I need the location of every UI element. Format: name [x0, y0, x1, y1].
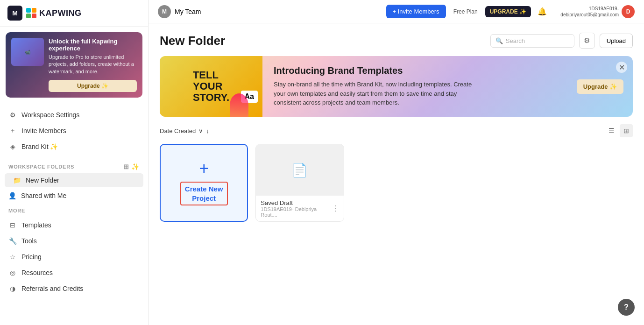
workspace-settings-label: Workspace Settings — [21, 111, 79, 119]
templates-label: Templates — [21, 221, 51, 229]
templates-icon: ⊟ — [8, 221, 17, 229]
plan-badge: Free Plan — [451, 7, 481, 17]
sidebar-item-resources[interactable]: ◎ Resources — [0, 265, 148, 281]
upload-button[interactable]: Upload — [600, 34, 633, 48]
grid-view-icon[interactable]: ⊞ — [620, 124, 633, 137]
content-header: New Folder 🔍 Search ⚙ Upload — [160, 33, 633, 49]
tools-icon: 🔧 — [8, 237, 17, 245]
brand-templates-banner: TELL YOUR STORY. Aa Introducing Brand Te… — [160, 56, 633, 117]
search-icon: 🔍 — [495, 37, 503, 44]
promo-title: Unlock the full Kapwing experience — [49, 38, 137, 52]
referrals-icon: ◑ — [8, 284, 17, 293]
topbar: M My Team + Invite Members Free Plan UPG… — [149, 0, 644, 23]
team-info: M My Team — [158, 5, 201, 18]
more-section-label: MORE — [0, 203, 148, 215]
brand-banner-image: TELL YOUR STORY. Aa — [160, 56, 262, 117]
sidebar-item-templates[interactable]: ⊟ Templates — [0, 217, 148, 233]
user-email: 1DS19AE019- debipriyarout05@gmail.com — [553, 6, 619, 18]
sort-date-created[interactable]: Date Created ∨ ↓ — [160, 127, 209, 134]
user-info: 1DS19AE019- debipriyarout05@gmail.com D — [553, 5, 635, 18]
sidebar-item-new-folder[interactable]: 📁 New Folder — [5, 173, 143, 187]
sidebar-item-invite-members[interactable]: ＋ Invite Members — [0, 123, 148, 139]
saved-draft-card[interactable]: 📄 Saved Draft 1DS19AE019- Debipriya Rout… — [255, 144, 344, 222]
sidebar-nav: ⚙ Workspace Settings ＋ Invite Members ◈ … — [0, 103, 148, 158]
sort-direction-icon: ↓ — [206, 127, 209, 134]
brand-kit-label: Brand Kit ✨ — [21, 143, 58, 150]
team-name: My Team — [175, 8, 201, 15]
draft-info: Saved Draft 1DS19AE019- Debipriya Rout..… — [261, 199, 331, 218]
sidebar: M KAPWING 📹 Unlock the full Kapwing expe… — [0, 0, 149, 325]
workspace-avatar: M — [7, 6, 22, 21]
brand-banner-description: Stay on-brand all the time with Brand Ki… — [274, 80, 484, 107]
sort-bar: Date Created ∨ ↓ ☰ ⊞ — [160, 124, 633, 137]
folder-icon: 📁 — [13, 177, 21, 184]
pricing-label: Pricing — [21, 253, 42, 261]
add-folder-icon[interactable]: ⊞ — [123, 163, 129, 170]
sidebar-item-tools[interactable]: 🔧 Tools — [0, 233, 148, 249]
workspace-folders-label: WORKSPACE FOLDERS — [8, 164, 74, 170]
create-new-project-card[interactable]: + Create NewProject — [160, 144, 248, 222]
promo-description: Upgrade to Pro to store unlimited projec… — [49, 54, 137, 75]
sort-label: Date Created — [160, 127, 196, 134]
list-view-icon[interactable]: ☰ — [605, 124, 618, 137]
page-title: New Folder — [160, 34, 225, 48]
logo-icon — [26, 8, 36, 18]
chevron-down-icon: ∨ — [198, 127, 203, 134]
search-box[interactable]: 🔍 Search — [490, 34, 574, 48]
sidebar-item-shared-with-me[interactable]: 👤 Shared with Me — [0, 188, 148, 203]
promo-banner: 📹 Unlock the full Kapwing experience Upg… — [6, 32, 142, 98]
promo-thumbnail: 📹 — [11, 38, 44, 66]
brand-banner-upgrade-button[interactable]: Upgrade ✨ — [577, 79, 623, 94]
notifications-icon[interactable]: 🔔 — [536, 5, 549, 18]
team-avatar: M — [158, 5, 171, 18]
plus-icon: ＋ — [8, 127, 17, 135]
gear-icon: ⚙ — [8, 111, 17, 119]
draft-footer: Saved Draft 1DS19AE019- Debipriya Rout..… — [256, 196, 343, 221]
header-actions: 🔍 Search ⚙ Upload — [490, 33, 633, 49]
create-plus-icon: + — [199, 160, 209, 177]
draft-menu-button[interactable]: ⋮ — [332, 204, 339, 213]
search-placeholder: Search — [506, 37, 525, 44]
promo-upgrade-button[interactable]: Upgrade ✨ — [49, 80, 137, 92]
help-button[interactable]: ? — [618, 299, 635, 316]
sidebar-item-brand-kit[interactable]: ◈ Brand Kit ✨ — [0, 139, 148, 155]
brand-banner-close-button[interactable]: ✕ — [616, 62, 627, 73]
folder-name-label: New Folder — [26, 177, 59, 184]
invite-members-button[interactable]: + Invite Members — [386, 5, 446, 18]
create-new-project-label: Create NewProject — [180, 182, 228, 205]
sidebar-item-pricing[interactable]: ☆ Pricing — [0, 249, 148, 265]
upgrade-button[interactable]: UPGRADE ✨ — [485, 6, 531, 17]
draft-preview: 📄 — [256, 144, 343, 196]
settings-icon-button[interactable]: ⚙ — [579, 33, 595, 49]
projects-grid: + Create NewProject 📄 Saved Draft 1DS19A… — [160, 144, 440, 222]
tag-icon: ◈ — [8, 142, 17, 151]
draft-name: Saved Draft — [261, 199, 331, 206]
sidebar-header: M KAPWING — [0, 0, 148, 27]
draft-author: 1DS19AE019- Debipriya Rout.... — [261, 206, 331, 218]
referrals-label: Referrals and Credits — [21, 285, 83, 292]
pricing-icon: ☆ — [8, 253, 17, 261]
resources-label: Resources — [21, 269, 53, 276]
ai-folder-icon[interactable]: ✨ — [131, 163, 140, 170]
sidebar-item-workspace-settings[interactable]: ⚙ Workspace Settings — [0, 107, 148, 123]
tools-label: Tools — [21, 237, 37, 245]
logo[interactable]: KAPWING — [26, 8, 82, 18]
more-section: ⊟ Templates 🔧 Tools ☆ Pricing ◎ Resource… — [0, 215, 148, 298]
topbar-right: + Invite Members Free Plan UPGRADE ✨ 🔔 1… — [386, 5, 635, 18]
brand-banner-title: Introducing Brand Templates — [274, 65, 566, 76]
content-area: New Folder 🔍 Search ⚙ Upload TELL YOUR S… — [149, 23, 644, 325]
resources-icon: ◎ — [8, 268, 17, 277]
sidebar-item-referrals[interactable]: ◑ Referrals and Credits — [0, 281, 148, 297]
main-content: M My Team + Invite Members Free Plan UPG… — [149, 0, 644, 325]
user-avatar[interactable]: D — [622, 5, 635, 18]
shared-with-me-label: Shared with Me — [21, 192, 66, 199]
brand-story-text: TELL YOUR STORY. — [188, 65, 234, 108]
view-toggle: ☰ ⊞ — [605, 124, 633, 137]
document-icon: 📄 — [291, 162, 308, 178]
workspace-folders-section: WORKSPACE FOLDERS ⊞ ✨ — [0, 158, 148, 172]
people-icon: 👤 — [8, 192, 16, 199]
brand-banner-content: Introducing Brand Templates Stay on-bran… — [262, 56, 577, 117]
logo-text: KAPWING — [39, 8, 82, 18]
invite-members-label: Invite Members — [21, 127, 66, 134]
